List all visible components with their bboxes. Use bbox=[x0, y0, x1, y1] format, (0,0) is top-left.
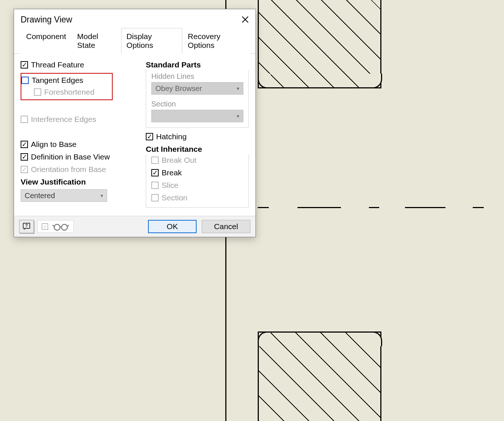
drawing-line bbox=[258, 331, 381, 333]
footer-left: ? ✓ bbox=[19, 220, 74, 233]
close-icon bbox=[242, 16, 249, 23]
checkbox-label: Slice bbox=[162, 181, 179, 190]
drawing-centerline bbox=[405, 207, 445, 208]
checkbox-definition-in-base-view[interactable]: ✓ Definition in Base View bbox=[21, 152, 135, 161]
standard-parts-header: Standard Parts bbox=[146, 60, 249, 69]
drawing-line bbox=[258, 87, 381, 88]
tab-panel-display-options: ✓ Thread Feature Tangent Edges Foreshort… bbox=[14, 54, 255, 211]
checkbox-label: Tangent Edges bbox=[32, 76, 83, 85]
checkbox-break-out[interactable]: Break Out bbox=[151, 156, 243, 165]
checkbox-hatching[interactable]: ✓ Hatching bbox=[146, 132, 249, 141]
svg-text:?: ? bbox=[25, 223, 28, 228]
section-dropdown-label: Section bbox=[151, 100, 243, 108]
tab-recovery-options[interactable]: Recovery Options bbox=[182, 28, 250, 54]
cut-inheritance-header: Cut Inheritance bbox=[146, 145, 249, 154]
help-button[interactable]: ? bbox=[19, 220, 34, 233]
view-justification-label: View Justification bbox=[21, 178, 135, 186]
cancel-button[interactable]: Cancel bbox=[202, 220, 250, 233]
drawing-centerline bbox=[258, 207, 269, 208]
hidden-lines-label: Hidden Lines bbox=[151, 72, 243, 81]
dialog-footer: ? ✓ OK Cancel bbox=[14, 216, 255, 237]
svg-point-3 bbox=[61, 224, 67, 230]
tab-component[interactable]: Component bbox=[21, 28, 72, 54]
dialog-title: Drawing View bbox=[21, 15, 72, 25]
toggle-group: ✓ bbox=[38, 220, 74, 233]
standard-parts-group: Hidden Lines Obey Browser ▾ Section ▾ bbox=[146, 70, 249, 128]
checkbox-label: Foreshortened bbox=[44, 88, 95, 97]
checkbox-foreshortened[interactable]: Foreshortened bbox=[34, 88, 110, 97]
checkbox-label: Orientation from Base bbox=[31, 165, 106, 174]
cut-inheritance-group: Break Out ✓ Break Slice Section bbox=[146, 154, 249, 208]
chevron-down-icon: ▾ bbox=[237, 113, 239, 119]
glasses-icon[interactable] bbox=[52, 222, 70, 231]
section-dropdown[interactable]: ▾ bbox=[151, 110, 243, 122]
drawing-corner bbox=[258, 74, 271, 88]
hidden-lines-dropdown[interactable]: Obey Browser ▾ bbox=[151, 82, 243, 95]
dialog-titlebar: Drawing View bbox=[14, 9, 255, 28]
tab-model-state[interactable]: Model State bbox=[72, 28, 121, 54]
close-button[interactable] bbox=[240, 14, 250, 25]
checkbox-label: Hatching bbox=[156, 132, 187, 141]
chevron-down-icon: ▾ bbox=[237, 85, 239, 91]
footer-right: OK Cancel bbox=[148, 220, 250, 233]
ok-button[interactable]: OK bbox=[148, 220, 197, 233]
drawing-hatch-top bbox=[258, 0, 381, 88]
checkbox-label: Interference Edges bbox=[31, 115, 96, 124]
checkbox-label: Break Out bbox=[162, 156, 197, 165]
checkbox-slice[interactable]: Slice bbox=[151, 181, 243, 190]
right-column: Standard Parts Hidden Lines Obey Browser… bbox=[146, 60, 249, 208]
drawing-view-dialog: Drawing View Component Model State Displ… bbox=[14, 9, 256, 237]
svg-point-2 bbox=[54, 224, 60, 230]
mini-checkbox[interactable]: ✓ bbox=[42, 223, 48, 230]
checkbox-break[interactable]: ✓ Break bbox=[151, 168, 243, 177]
left-column: ✓ Thread Feature Tangent Edges Foreshort… bbox=[21, 60, 135, 208]
dropdown-value: Centered bbox=[25, 192, 55, 200]
checkbox-align-to-base[interactable]: ✓ Align to Base bbox=[21, 140, 135, 149]
drawing-hatch-bottom bbox=[258, 332, 381, 421]
checkbox-label: Section bbox=[162, 193, 187, 202]
checkbox-orientation-from-base[interactable]: ✓ Orientation from Base bbox=[21, 165, 135, 174]
checkbox-label: Align to Base bbox=[31, 140, 77, 149]
help-icon: ? bbox=[22, 222, 31, 231]
view-justification-dropdown[interactable]: Centered ▾ bbox=[21, 189, 107, 202]
chevron-down-icon: ▾ bbox=[101, 193, 103, 199]
checkbox-label: Break bbox=[162, 168, 182, 177]
drawing-centerline bbox=[297, 207, 341, 208]
drawing-centerline bbox=[473, 207, 484, 208]
checkbox-label: Thread Feature bbox=[31, 60, 84, 69]
checkbox-section[interactable]: Section bbox=[151, 193, 243, 202]
checkbox-tangent-edges[interactable]: Tangent Edges bbox=[21, 76, 110, 85]
highlight-tangent-edges: Tangent Edges Foreshortened bbox=[21, 73, 113, 100]
checkbox-thread-feature[interactable]: ✓ Thread Feature bbox=[21, 60, 135, 69]
checkbox-interference-edges[interactable]: Interference Edges bbox=[21, 115, 135, 124]
dropdown-value: Obey Browser bbox=[155, 84, 202, 93]
tab-bar: Component Model State Display Options Re… bbox=[14, 28, 255, 54]
drawing-centerline bbox=[369, 207, 379, 208]
tab-display-options[interactable]: Display Options bbox=[121, 28, 182, 54]
drawing-corner bbox=[258, 331, 271, 346]
checkbox-label: Definition in Base View bbox=[31, 152, 110, 161]
